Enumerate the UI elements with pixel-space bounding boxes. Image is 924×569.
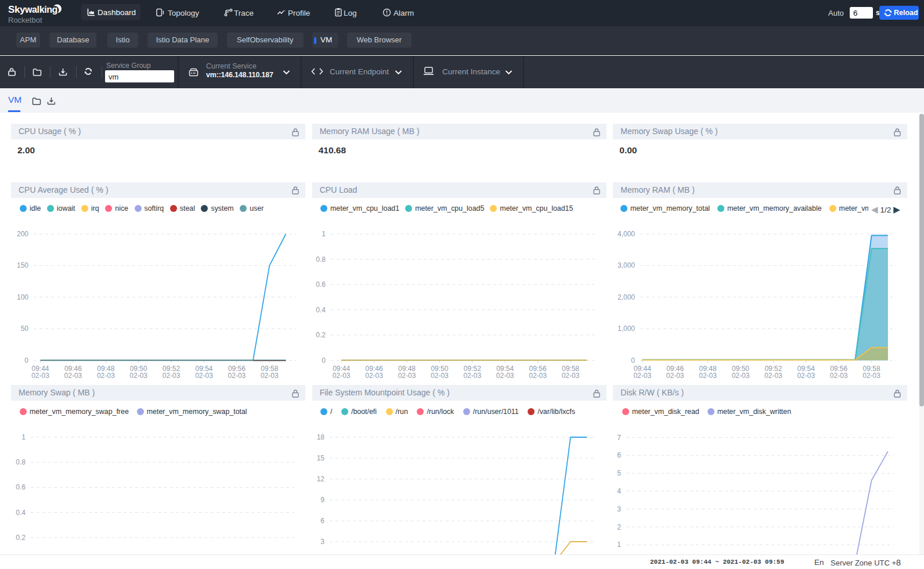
- svg-text:9: 9: [320, 496, 324, 504]
- svg-text:02-03: 02-03: [398, 372, 416, 380]
- svg-text:2,000: 2,000: [618, 293, 635, 301]
- svg-text:0.4: 0.4: [16, 509, 26, 517]
- svg-text:02-03: 02-03: [666, 372, 684, 380]
- svg-text:02-03: 02-03: [97, 372, 115, 380]
- svg-text:5: 5: [617, 469, 621, 477]
- svg-text:02-03: 02-03: [129, 372, 147, 380]
- svg-text:0.2: 0.2: [316, 331, 326, 339]
- svg-text:0.8: 0.8: [316, 255, 326, 264]
- svg-text:7: 7: [617, 434, 621, 442]
- svg-text:02-03: 02-03: [333, 372, 351, 380]
- svg-text:12: 12: [317, 475, 325, 483]
- svg-text:3: 3: [617, 505, 621, 513]
- svg-text:15: 15: [317, 454, 325, 462]
- svg-text:1,000: 1,000: [618, 325, 635, 333]
- svg-text:02-03: 02-03: [699, 372, 717, 380]
- svg-text:0.4: 0.4: [316, 306, 326, 314]
- svg-text:02-03: 02-03: [365, 372, 383, 380]
- svg-text:02-03: 02-03: [463, 372, 481, 380]
- svg-text:02-03: 02-03: [163, 372, 181, 380]
- svg-text:0.8: 0.8: [16, 458, 26, 466]
- svg-text:02-03: 02-03: [195, 372, 213, 380]
- svg-text:02-03: 02-03: [732, 372, 750, 380]
- svg-text:02-03: 02-03: [562, 372, 580, 380]
- svg-text:3: 3: [320, 538, 324, 546]
- svg-text:100: 100: [17, 293, 28, 301]
- svg-text:02-03: 02-03: [261, 372, 279, 380]
- svg-text:1: 1: [617, 541, 621, 549]
- svg-text:02-03: 02-03: [797, 372, 815, 380]
- svg-text:02-03: 02-03: [31, 372, 49, 380]
- svg-text:4,000: 4,000: [618, 230, 635, 238]
- svg-text:02-03: 02-03: [830, 372, 848, 380]
- svg-text:02-03: 02-03: [862, 372, 880, 380]
- svg-text:2: 2: [617, 523, 621, 531]
- svg-text:02-03: 02-03: [496, 372, 514, 380]
- svg-text:3,000: 3,000: [618, 261, 635, 269]
- svg-text:18: 18: [317, 433, 325, 441]
- svg-text:02-03: 02-03: [64, 372, 82, 380]
- svg-text:0: 0: [322, 356, 326, 365]
- svg-text:0: 0: [631, 356, 635, 365]
- svg-text:02-03: 02-03: [764, 372, 782, 380]
- svg-text:200: 200: [17, 230, 28, 238]
- svg-text:02-03: 02-03: [228, 372, 246, 380]
- svg-text:6: 6: [617, 451, 621, 459]
- svg-text:1: 1: [322, 230, 326, 238]
- svg-text:02-03: 02-03: [633, 372, 651, 380]
- svg-text:50: 50: [21, 325, 29, 333]
- svg-text:0.6: 0.6: [316, 280, 326, 289]
- svg-text:02-03: 02-03: [431, 372, 449, 380]
- svg-text:0: 0: [24, 356, 28, 365]
- svg-text:6: 6: [320, 517, 324, 525]
- svg-text:4: 4: [617, 487, 621, 495]
- svg-text:150: 150: [17, 261, 28, 269]
- svg-text:0.6: 0.6: [16, 483, 26, 491]
- svg-text:0.2: 0.2: [16, 534, 26, 542]
- svg-text:02-03: 02-03: [529, 372, 547, 380]
- svg-text:1: 1: [21, 433, 26, 441]
